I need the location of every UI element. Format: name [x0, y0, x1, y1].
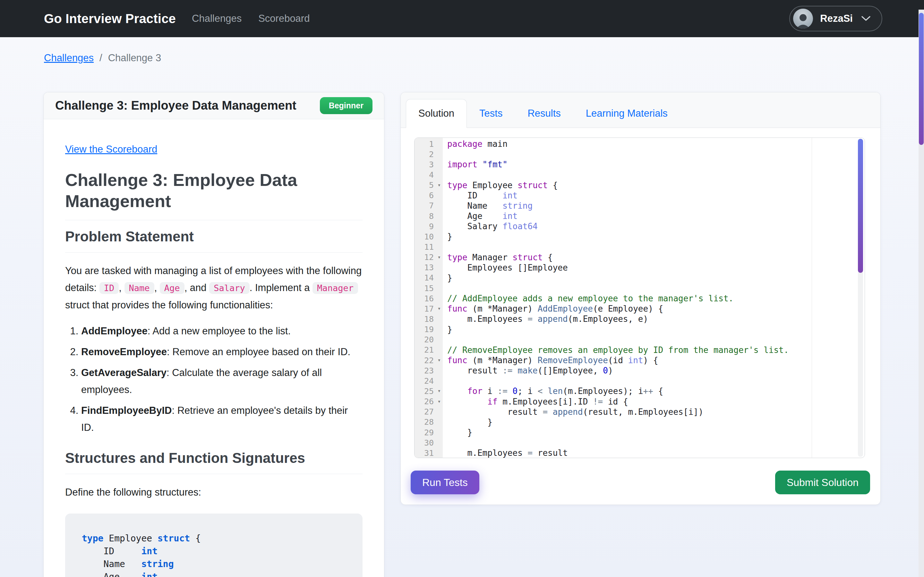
fold-toggle-icon[interactable]: ▾: [438, 357, 441, 363]
inline-code-chip: Manager: [312, 282, 358, 294]
tab-results[interactable]: Results: [515, 99, 573, 128]
editor-line: 17▾func (m *Manager) AddEmployee(e Emplo…: [415, 303, 865, 314]
fold-toggle-icon[interactable]: ▾: [438, 388, 441, 394]
editor-line: 10}: [415, 231, 865, 242]
editor-line: 29 }: [415, 427, 865, 438]
editor-line: 18 m.Employees = append(m.Employees, e): [415, 314, 865, 324]
nav-link-scoreboard[interactable]: Scoreboard: [258, 13, 310, 24]
editor-line: 20: [415, 335, 865, 345]
editor-line: 6 ID int: [415, 190, 865, 201]
fold-toggle-icon[interactable]: ▾: [438, 398, 441, 405]
list-item: GetAverageSalary: Calculate the average …: [81, 364, 363, 398]
fold-toggle-icon[interactable]: ▾: [438, 306, 441, 312]
editor-line: 16// AddEmployee adds a new employee to …: [415, 293, 865, 303]
editor-line: 5▾type Employee struct {: [415, 180, 865, 190]
submit-solution-button[interactable]: Submit Solution: [775, 471, 870, 494]
editor-line: 25▾ for i := 0; i < len(m.Employees); i+…: [415, 386, 865, 396]
struct-code-block: type Employee struct { ID int Name strin…: [65, 514, 363, 577]
main-nav: Challenges Scoreboard: [192, 13, 789, 24]
editor-line: 15: [415, 283, 865, 293]
challenge-title: Challenge 3: Employee Data Management: [65, 169, 363, 211]
list-item: RemoveEmployee: Remove an employee based…: [81, 343, 363, 360]
list-item: AddEmployee: Add a new employee to the l…: [81, 322, 363, 340]
editor-scrollbar-thumb[interactable]: [858, 139, 863, 273]
breadcrumb-current: Challenge 3: [108, 52, 161, 64]
editor-line: 13 Employees []Employee: [415, 263, 865, 273]
app-brand[interactable]: Go Interview Practice: [44, 11, 176, 26]
person-silhouette-icon: [793, 13, 813, 29]
challenge-card-body: View the Scoreboard Challenge 3: Employe…: [44, 119, 384, 577]
fold-toggle-icon[interactable]: ▾: [438, 254, 441, 260]
solution-card: SolutionTestsResultsLearning Materials 1…: [401, 92, 881, 505]
view-scoreboard-link[interactable]: View the Scoreboard: [65, 143, 157, 155]
editor-line: 30: [415, 438, 865, 448]
editor-line: 31 m.Employees = result: [415, 448, 865, 458]
run-tests-button[interactable]: Run Tests: [411, 471, 479, 494]
inline-code-chip: Name: [124, 282, 154, 294]
editor-line: 22▾func (m *Manager) RemoveEmployee(id i…: [415, 355, 865, 366]
tab-tests[interactable]: Tests: [467, 99, 515, 128]
editor-line: 12▾type Manager struct {: [415, 252, 865, 263]
editor-line: 7 Name string: [415, 201, 865, 211]
user-name: RezaSi: [820, 13, 853, 24]
editor-line: 14}: [415, 273, 865, 283]
editor-line: 26▾ if m.Employees[i].ID != id {: [415, 396, 865, 407]
editor-line: 28 }: [415, 417, 865, 427]
breadcrumb: Challenges / Challenge 3: [44, 52, 161, 64]
editor-line: 19}: [415, 324, 865, 335]
inline-code-chip: Age: [160, 282, 184, 294]
editor-line: 3import "fmt": [415, 159, 865, 169]
solution-tabs: SolutionTestsResultsLearning Materials: [401, 92, 880, 128]
editor-line: 11: [415, 242, 865, 252]
code-editor[interactable]: 1package main23import "fmt"45▾type Emplo…: [414, 137, 865, 458]
editor-line: 23 result := make([]Employee, 0): [415, 366, 865, 376]
editor-line: 21// RemoveEmployee removes an employee …: [415, 345, 865, 355]
functionality-list: AddEmployee: Add a new employee to the l…: [65, 322, 363, 436]
define-structures-text: Define the following structures:: [65, 484, 363, 501]
user-menu[interactable]: RezaSi: [789, 6, 882, 31]
challenge-card: Challenge 3: Employee Data Management Be…: [43, 92, 384, 577]
editor-line: 1package main: [415, 139, 865, 149]
fold-toggle-icon[interactable]: ▾: [438, 182, 441, 188]
problem-statement-heading: Problem Statement: [65, 229, 363, 245]
tab-learning-materials[interactable]: Learning Materials: [573, 99, 680, 128]
editor-lines: 1package main23import "fmt"45▾type Emplo…: [415, 139, 865, 458]
challenge-card-title: Challenge 3: Employee Data Management: [55, 99, 296, 113]
list-item: FindEmployeeByID: Retrieve an employee's…: [81, 402, 363, 436]
page-scrollbar-track[interactable]: [919, 10, 924, 577]
top-navbar: Go Interview Practice Challenges Scorebo…: [0, 0, 924, 37]
structures-heading: Structures and Function Signatures: [65, 450, 363, 466]
editor-line: 9 Salary float64: [415, 221, 865, 231]
page-scrollbar-thumb[interactable]: [919, 13, 924, 145]
editor-line: 2: [415, 149, 865, 159]
editor-line: 27 result = append(result, m.Employees[i…: [415, 407, 865, 417]
inline-code-chip: ID: [99, 282, 119, 294]
divider: [65, 220, 363, 220]
difficulty-badge: Beginner: [320, 97, 373, 114]
divider: [65, 252, 363, 253]
problem-intro: You are tasked with managing a list of e…: [65, 262, 363, 314]
chevron-down-icon: [861, 16, 871, 21]
tab-solution[interactable]: Solution: [406, 99, 467, 128]
editor-line: 24: [415, 376, 865, 386]
editor-line: 8 Age int: [415, 211, 865, 221]
breadcrumb-separator: /: [99, 52, 102, 64]
avatar: [793, 9, 813, 29]
nav-link-challenges[interactable]: Challenges: [192, 13, 242, 24]
editor-line: 4: [415, 169, 865, 180]
breadcrumb-challenges-link[interactable]: Challenges: [44, 52, 94, 64]
inline-code-chip: Salary: [209, 282, 250, 294]
challenge-card-header: Challenge 3: Employee Data Management Be…: [44, 92, 384, 119]
